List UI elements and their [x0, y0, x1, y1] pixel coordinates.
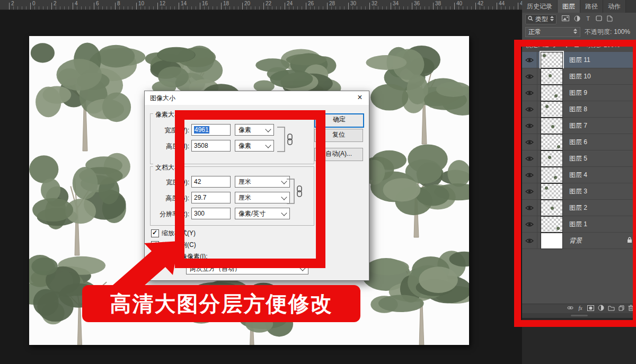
adjustment-filter-icon[interactable] — [574, 15, 580, 23]
ruler-label: 40 — [456, 1, 462, 6]
tree-image — [361, 144, 469, 237]
panel-tab-bar: 历史记录图层路径动作 — [522, 0, 636, 13]
ruler-label: 10 — [138, 1, 144, 6]
ruler-label: 34 — [393, 1, 399, 6]
ruler-label: 32 — [372, 1, 377, 6]
shape-filter-icon[interactable] — [596, 15, 602, 23]
filter-kind-dropdown[interactable]: 类型 — [525, 14, 556, 24]
updown-arrows-icon — [550, 15, 554, 23]
ruler-label: 42 — [478, 1, 483, 6]
panel-tab-路径[interactable]: 路径 — [580, 0, 603, 13]
ruler-label: 44 — [499, 1, 505, 6]
ruler-label: 16 — [202, 1, 208, 6]
ruler-label: 18 — [223, 1, 229, 6]
filter-type-icons: T — [562, 15, 613, 23]
annotation-banner-text: 高清大图分层方便修改 — [110, 289, 333, 318]
ruler-label: 26 — [308, 1, 314, 6]
annotation-highlight-dialog — [175, 110, 325, 268]
panel-tab-图层[interactable]: 图层 — [558, 0, 580, 13]
pixel-filter-icon[interactable] — [562, 15, 569, 23]
ruler-label: 28 — [329, 1, 335, 6]
checkbox-checked-icon[interactable] — [151, 229, 159, 237]
ruler-label: 14 — [181, 1, 187, 6]
type-filter-icon[interactable]: T — [585, 15, 591, 23]
dialog-title-bar[interactable]: 图像大小 — [145, 91, 369, 105]
tree-image — [362, 251, 470, 345]
opacity-value[interactable]: 100% — [614, 28, 630, 35]
updown-arrows-icon — [573, 28, 577, 35]
ruler-label: 38 — [435, 1, 441, 6]
close-icon[interactable]: × — [351, 91, 369, 105]
blend-mode-row: 正常 不透明度: 100% — [522, 25, 636, 39]
ruler-label: 2 — [54, 1, 57, 6]
blend-mode-dropdown[interactable]: 正常 — [525, 27, 580, 37]
layer-filter-row: 类型 T — [522, 13, 636, 26]
ruler-label: 30 — [350, 1, 356, 6]
smart-object-filter-icon[interactable] — [607, 15, 613, 23]
blend-mode-value: 正常 — [528, 28, 541, 37]
svg-text:T: T — [586, 15, 590, 21]
tree-image — [366, 46, 469, 144]
filter-kind-label: 类型 — [535, 15, 548, 24]
ruler-label: 24 — [287, 1, 293, 6]
annotation-highlight-layers — [514, 40, 636, 327]
ruler-label: 36 — [414, 1, 420, 6]
panel-tab-历史记录[interactable]: 历史记录 — [522, 0, 558, 13]
tree-image — [31, 43, 146, 151]
ruler-label: 6 — [96, 1, 99, 6]
annotation-banner: 高清大图分层方便修改 — [82, 285, 360, 322]
tree-image — [29, 153, 130, 255]
ruler-label: 12 — [160, 1, 165, 6]
photoshop-window: 2024681012141618202224262830323436384042… — [0, 0, 636, 364]
checkbox-checked-icon[interactable] — [151, 253, 159, 261]
ruler-label: 8 — [117, 1, 120, 6]
ruler-label: 20 — [244, 1, 250, 6]
checkbox-checked-icon[interactable] — [151, 241, 159, 249]
ruler-label: 4 — [75, 1, 78, 6]
opacity-label: 不透明度: — [585, 28, 612, 37]
ruler-label: 0 — [32, 1, 36, 6]
dialog-title: 图像大小 — [150, 94, 175, 102]
panel-tab-动作[interactable]: 动作 — [603, 0, 626, 13]
search-icon — [528, 15, 533, 23]
ruler-label: 22 — [266, 1, 271, 6]
ruler-label: 2 — [11, 1, 14, 6]
horizontal-ruler[interactable]: 2024681012141618202224262830323436384042… — [0, 0, 522, 10]
